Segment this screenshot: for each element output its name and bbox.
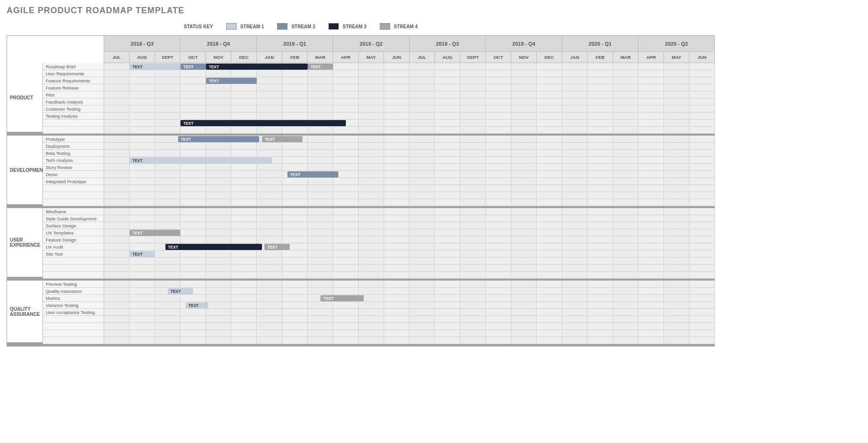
month-header: MAY: [359, 52, 384, 63]
section-label: DEVELOPMENT: [7, 136, 43, 206]
timeline-row: [104, 105, 715, 113]
timeline-row: [104, 185, 715, 192]
timeline-row: TEXT: [104, 288, 715, 295]
quarter-header: 2019 - Q4: [486, 36, 562, 52]
gantt-bar[interactable]: TEXT: [206, 78, 257, 84]
roadmap-grid: 2018 - Q32018 - Q42019 - Q12019 - Q22019…: [7, 35, 714, 346]
timeline-row: [104, 70, 715, 77]
task-label: [43, 199, 104, 206]
task-label: Feature Requirements: [43, 77, 104, 84]
gantt-bar[interactable]: TEXT: [130, 251, 155, 257]
task-label: [43, 265, 104, 272]
timeline-row: [104, 222, 715, 229]
month-header: OCT: [486, 52, 511, 63]
timeline-row: [104, 199, 715, 206]
gantt-bar[interactable]: TEXT: [130, 230, 180, 236]
gantt-bar[interactable]: TEXT: [308, 64, 333, 70]
task-label: [43, 185, 104, 192]
section-separator: [7, 344, 715, 346]
gantt-bar[interactable]: TEXT: [180, 64, 206, 70]
month-header: DEC: [231, 52, 257, 63]
header-blank: [7, 36, 104, 52]
task-label: Beta Testing: [43, 150, 104, 157]
month-header: FEB: [588, 52, 613, 63]
gantt-bar[interactable]: TEXT: [264, 244, 290, 250]
task-label: Integrated Prototype: [43, 178, 104, 185]
month-header: MAY: [664, 52, 689, 63]
timeline-row: TEXT: [104, 77, 715, 84]
task-label: Feedback Analysis: [43, 98, 104, 105]
task-label: Preview Testing: [43, 281, 104, 288]
gantt-bar[interactable]: TEXT: [186, 302, 209, 308]
task-label: UX Audit: [43, 243, 104, 250]
gantt-bar[interactable]: TEXT: [320, 295, 364, 301]
gantt-bar[interactable]: TEXT: [165, 244, 262, 250]
legend-label: STREAM 1: [240, 24, 264, 29]
timeline-row: TEXT: [104, 250, 715, 258]
task-label: Feature Release: [43, 84, 104, 91]
timeline-row: [104, 337, 715, 344]
task-label: Testing Analysis: [43, 113, 104, 120]
legend-item: STREAM 4: [380, 23, 418, 30]
month-header: SEPT: [155, 52, 180, 63]
timeline-row: TEXT: [104, 229, 715, 236]
task-label: [43, 120, 104, 127]
timeline-row: TEXT: [104, 302, 715, 309]
gantt-bar[interactable]: TEXT: [178, 136, 260, 142]
timeline-row: [104, 192, 715, 199]
legend-label: STREAM 3: [343, 24, 367, 29]
timeline-row: [104, 236, 715, 243]
task-label: Metrics: [43, 295, 104, 302]
task-label: [43, 192, 104, 199]
timeline-row: [104, 215, 715, 222]
month-header: MAR: [308, 52, 333, 63]
quarter-header: 2018 - Q4: [180, 36, 257, 52]
timeline-row: [104, 323, 715, 330]
gantt-bar[interactable]: TEXT: [180, 120, 346, 126]
section-label: USER EXPERIENCE: [7, 208, 43, 279]
month-header: APR: [639, 52, 664, 63]
month-header: JUL: [409, 52, 435, 63]
task-label: Customer Testing: [43, 105, 104, 113]
gantt-bar[interactable]: TEXT: [287, 171, 338, 177]
timeline-row: [104, 330, 715, 337]
task-label: Feature Design: [43, 236, 104, 243]
task-label: Roadmap Brief: [43, 63, 104, 70]
gantt-bar[interactable]: TEXT: [130, 64, 180, 70]
timeline-row: [104, 258, 715, 265]
gantt-bar[interactable]: TEXT: [262, 136, 303, 142]
task-label: Surface Design: [43, 222, 104, 229]
timeline-row: [104, 113, 715, 120]
task-label: Tech Analysis: [43, 157, 104, 164]
month-header: FEB: [282, 52, 308, 63]
timeline-row: [104, 150, 715, 157]
task-label: Style Guide Development: [43, 215, 104, 222]
task-label: [43, 127, 104, 134]
quarter-header: 2019 - Q1: [257, 36, 333, 52]
timeline-row: [104, 272, 715, 279]
month-header: SEPT: [460, 52, 486, 63]
task-label: [43, 330, 104, 337]
legend: STATUS KEY STREAM 1STREAM 2STREAM 3STREA…: [184, 20, 861, 32]
quarter-header: 2018 - Q3: [104, 36, 180, 52]
timeline-row: [104, 127, 715, 134]
task-label: Prototype: [43, 136, 104, 143]
legend-label: STREAM 4: [394, 24, 418, 29]
task-label: User Requirements: [43, 70, 104, 77]
task-label: [43, 337, 104, 344]
month-header: AUG: [435, 52, 460, 63]
task-label: [43, 323, 104, 330]
timeline-row: TEXT: [104, 295, 715, 302]
gantt-bar[interactable]: TEXT: [130, 157, 272, 163]
gantt-bar[interactable]: TEXT: [168, 288, 193, 294]
gantt-bar[interactable]: TEXT: [206, 64, 308, 70]
quarter-header: 2019 - Q2: [333, 36, 409, 52]
timeline-row: [104, 84, 715, 91]
timeline-row: [104, 164, 715, 171]
task-label: Deployment: [43, 143, 104, 150]
timeline-row: TEXT: [104, 157, 715, 164]
month-header: OCT: [180, 52, 206, 63]
task-label: Pilot: [43, 91, 104, 98]
timeline-row: [104, 309, 715, 316]
month-header: AUG: [130, 52, 155, 63]
